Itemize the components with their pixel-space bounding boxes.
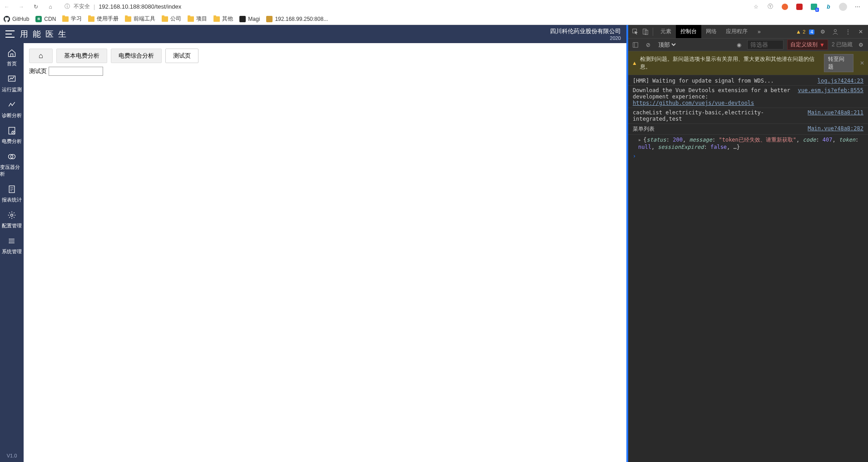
console-log: [HMR] Waiting for update signal from WDS… — [628, 75, 868, 462]
tab-item[interactable]: 基本电费分析 — [56, 49, 107, 63]
star-icon[interactable]: ☆ — [752, 3, 760, 11]
home-button[interactable]: ⌂ — [46, 3, 55, 11]
test-input[interactable] — [49, 67, 103, 76]
console-settings-icon[interactable]: ⚙ — [856, 40, 865, 49]
address-bar[interactable]: ⓘ 不安全 | 192.168.10.188:8080/test/index — [61, 1, 745, 13]
console-filter-input[interactable] — [747, 40, 784, 49]
devtools-tab[interactable]: 网络 — [701, 25, 721, 38]
chrome-actions: ☆ Ⓨ 0 b ⋯ — [752, 3, 865, 11]
expand-icon[interactable]: ▸ — [638, 137, 641, 143]
svg-rect-17 — [643, 29, 646, 34]
warn-badge[interactable]: ▲ 2 — [796, 29, 805, 35]
sidebar-item-label: 系统管理 — [2, 248, 22, 255]
config-icon — [7, 211, 16, 221]
clear-console-icon[interactable]: ⊘ — [644, 40, 653, 49]
devtools-tabs: 元素控制台网络应用程序 » ▲ 2 4 ⚙ ⋮ ✕ — [628, 25, 868, 39]
devtools-menu-icon[interactable]: ⋮ — [843, 27, 853, 36]
bookmark-item[interactable]: 学习 — [62, 15, 82, 23]
bookmark-item[interactable]: Magi — [239, 16, 260, 22]
sidebar-item-label: 首页 — [7, 60, 17, 67]
profile-icon[interactable] — [839, 3, 847, 11]
source-link[interactable]: vue.esm.js?efeb:8555 — [798, 87, 864, 106]
sidebar-item-transformer[interactable]: 变压器分析 — [0, 148, 24, 181]
svg-point-19 — [834, 29, 836, 31]
more-icon[interactable]: ⋯ — [853, 3, 862, 11]
sidebar-item-diagnosis[interactable]: 诊断分析 — [0, 97, 24, 123]
info-icon: ⓘ — [64, 3, 70, 10]
test-field-row: 测试页 — [29, 67, 621, 76]
ext-red-icon[interactable] — [781, 3, 789, 11]
devtools-tab[interactable]: 元素 — [656, 25, 676, 38]
app-header: 用能医生 四川科伦药业股份有限公司 2020 — [0, 25, 626, 43]
tab-item[interactable]: 电费综合分析 — [111, 49, 162, 63]
adblock-icon[interactable] — [795, 3, 804, 11]
inspect-icon[interactable] — [631, 27, 640, 36]
refresh-button[interactable]: ↻ — [32, 3, 40, 11]
log-entry: cacheList electricity-basic,electricity-… — [628, 108, 868, 124]
device-icon[interactable] — [641, 27, 650, 36]
sidebar-item-label: 运行监测 — [2, 86, 22, 93]
sidebar-item-report[interactable]: 报表统计 — [0, 181, 24, 207]
version-label: V1.0 — [7, 449, 17, 462]
header-date: 2020 — [550, 35, 621, 41]
tab-home[interactable]: ⌂ — [29, 49, 53, 63]
sidebar-item-label: 报表统计 — [2, 197, 22, 203]
report-icon — [7, 185, 16, 195]
log-level-select[interactable]: 自定义级别▼ — [787, 39, 828, 50]
info-badge[interactable]: 4 — [809, 29, 814, 35]
bookmark-item[interactable]: 其他 — [213, 15, 233, 23]
bookmark-item[interactable]: BCDN — [35, 16, 56, 22]
bookmark-item[interactable]: 公司 — [162, 15, 181, 23]
monitor-icon — [7, 74, 16, 84]
yandex-icon[interactable]: Ⓨ — [766, 3, 774, 11]
bookmark-item[interactable]: 项目 — [188, 15, 207, 23]
sidebar-item-home[interactable]: 首页 — [0, 45, 24, 71]
warning-icon: ▲ — [632, 60, 637, 66]
account-icon[interactable] — [831, 27, 840, 36]
menu-toggle-icon[interactable] — [5, 30, 15, 38]
source-link[interactable]: log.js?4244:23 — [818, 78, 863, 84]
svg-rect-20 — [633, 42, 638, 47]
devtools-more-tabs[interactable]: » — [753, 26, 765, 38]
home-icon: ⌂ — [39, 52, 43, 60]
context-select[interactable]: 顶部 — [656, 41, 677, 49]
tab-item[interactable]: 测试页 — [165, 49, 198, 63]
ext-blue-icon[interactable]: 0 — [810, 3, 818, 11]
bookmark-item[interactable]: 使用手册 — [88, 15, 119, 23]
sidebar-item-monitor[interactable]: 运行监测 — [0, 71, 24, 97]
settings-icon[interactable]: ⚙ — [818, 27, 827, 36]
sidebar-item-config[interactable]: 配置管理 — [0, 207, 24, 233]
company-name: 四川科伦药业股份有限公司 — [550, 27, 621, 35]
console-sidebar-icon[interactable] — [631, 40, 640, 49]
issues-text: 检测到问题。新问题选项卡显示有关弃用、重大更改和其他潜在问题的信息。 — [640, 55, 821, 71]
bookmark-item[interactable]: GitHub — [4, 16, 29, 22]
back-button[interactable]: ← — [3, 3, 11, 11]
test-field-label: 测试页 — [29, 67, 47, 75]
issues-close-icon[interactable]: ✕ — [860, 60, 864, 66]
source-link[interactable]: Main.vue?48a8:282 — [808, 125, 863, 133]
forward-button[interactable]: → — [17, 3, 25, 11]
url-text: 192.168.10.188:8080/test/index — [99, 3, 181, 10]
bookmark-item[interactable]: 前端工具 — [125, 15, 155, 23]
log-entry: 菜单列表Main.vue?48a8:282 — [628, 124, 868, 135]
content-tabs: ⌂基本电费分析电费综合分析测试页 — [29, 49, 621, 63]
sidebar-item-system[interactable]: 系统管理 — [0, 233, 24, 259]
bing-icon[interactable]: b — [824, 3, 833, 11]
transformer-icon — [7, 152, 16, 162]
sidebar-item-label: 变压器分析 — [0, 164, 24, 177]
bookmark-item[interactable]: 192.168.99.250:808... — [266, 16, 328, 22]
app-pane: 用能医生 四川科伦药业股份有限公司 2020 首页运行监测诊断分析电费分析变压器… — [0, 25, 626, 462]
goto-issues-button[interactable]: 转至问题 — [824, 54, 853, 72]
svg-point-15 — [9, 242, 10, 243]
live-expr-icon[interactable]: ◉ — [734, 40, 744, 49]
issues-banner: ▲ 检测到问题。新问题选项卡显示有关弃用、重大更改和其他潜在问题的信息。 转至问… — [628, 51, 868, 75]
devtools-tab[interactable]: 应用程序 — [721, 25, 752, 38]
devtools-close-icon[interactable]: ✕ — [856, 27, 865, 36]
svg-point-13 — [9, 239, 10, 240]
console-prompt[interactable]: › — [628, 152, 868, 161]
sidebar-item-cost[interactable]: 电费分析 — [0, 123, 24, 148]
log-entry: [HMR] Waiting for update signal from WDS… — [628, 76, 868, 86]
source-link[interactable]: Main.vue?48a8:211 — [808, 109, 863, 122]
devtools-tab[interactable]: 控制台 — [676, 25, 701, 38]
log-link[interactable]: https://github.com/vuejs/vue-devtools — [633, 100, 754, 106]
